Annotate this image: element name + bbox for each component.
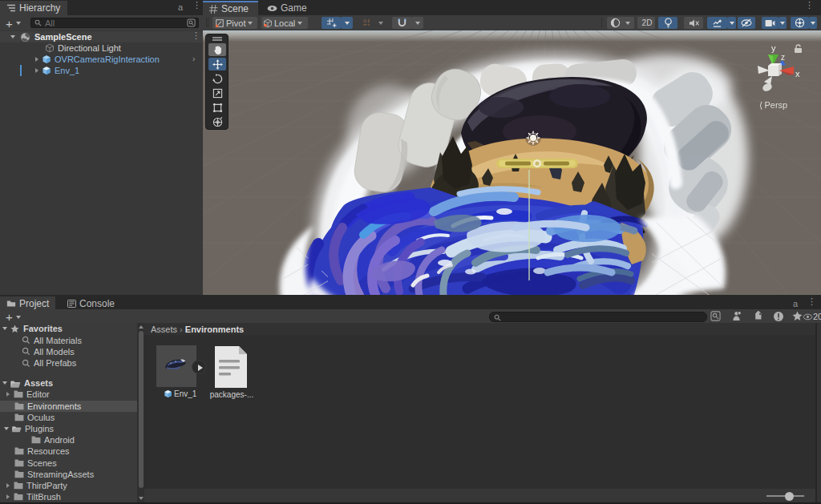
svg-text:⟨ Persp: ⟨ Persp [759,100,787,110]
svg-text:x: x [795,69,800,79]
svg-text:y: y [771,43,776,53]
svg-text:z: z [781,53,785,62]
